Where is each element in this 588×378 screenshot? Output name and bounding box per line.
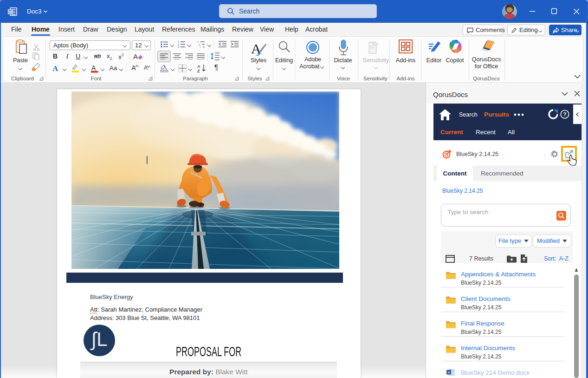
svg-text:A: A	[52, 64, 58, 72]
svg-text:w: w	[447, 371, 450, 374]
svg-text:3: 3	[178, 46, 179, 48]
svg-text:?: ?	[563, 111, 566, 117]
svg-text:W: W	[8, 10, 12, 14]
svg-text:A: A	[197, 64, 200, 69]
svg-text:i: i	[200, 46, 200, 48]
svg-text:A: A	[133, 52, 138, 60]
svg-text:Z: Z	[197, 69, 200, 73]
svg-text:A: A	[91, 64, 96, 72]
